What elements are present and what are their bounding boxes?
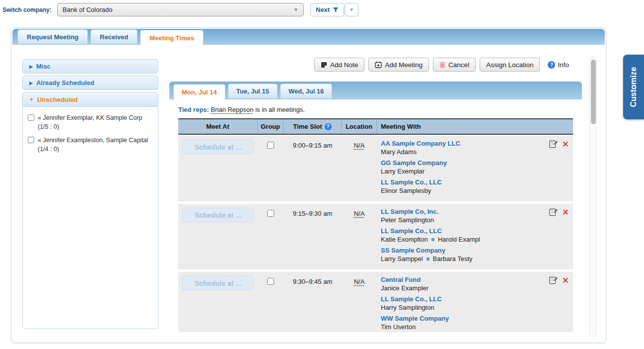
day-tab-area: Mon, Jul 14 Tue, Jul 15 Wed, Jul 16 — [169, 82, 582, 99]
tied-rep-name[interactable]: Brian Reppson — [211, 106, 254, 113]
vertical-scrollbar[interactable] — [589, 56, 597, 337]
person-name: Elinor Samplesby — [381, 186, 431, 195]
people-line: Tim Userton — [381, 323, 538, 331]
group-cell — [258, 136, 284, 201]
assign-location-button[interactable]: Assign Location — [480, 58, 540, 72]
person-name: Larry Samppel — [381, 255, 423, 263]
customize-label: Customize — [629, 67, 638, 107]
meet-at-cell: Schedule at ... — [178, 136, 258, 201]
group-cell — [258, 272, 284, 332]
info-button[interactable]: ? Info — [548, 61, 569, 69]
next-button[interactable]: Next — [310, 3, 344, 16]
cancel-button[interactable]: Cancel — [433, 58, 476, 72]
sidebar-section-misc[interactable]: ▶ Misc — [22, 59, 158, 74]
meeting-group: Central FundJanice Exampler — [381, 275, 538, 292]
schedule-at-button[interactable]: Schedule at ... — [182, 276, 254, 290]
meet-at-cell: Schedule at ... — [178, 272, 258, 332]
company-link[interactable]: WW Sample Company — [381, 314, 538, 323]
chevron-right-icon: ▶ — [29, 64, 33, 69]
location-cell: N/A — [342, 136, 377, 201]
row-actions: ✕ — [549, 140, 569, 148]
people-line: Harry Samplington — [381, 303, 538, 312]
column-header-meet-at: Meet At — [178, 119, 258, 134]
location-link[interactable]: N/A — [354, 278, 365, 285]
sidebar: ▶ Misc ▶ Already Scheduled ▼ Unscheduled… — [22, 59, 158, 330]
person-name: Harry Samplington — [381, 303, 434, 312]
company-link[interactable]: LL Sample Co., LLC — [381, 295, 538, 303]
people-line: Larry Exemplar — [381, 167, 538, 175]
unscheduled-checkbox[interactable] — [28, 137, 34, 143]
chevron-down-icon: ▼ — [29, 97, 34, 102]
note-icon — [321, 62, 327, 68]
meeting-group: WW Sample CompanyTim Userton — [381, 314, 538, 331]
meeting-group: LL Sample Co., LLCKatie ExompltonHarold … — [381, 227, 538, 244]
person-separator-icon — [427, 258, 429, 261]
location-link[interactable]: N/A — [354, 210, 365, 217]
company-link[interactable]: LL Sample Co, Inc. — [381, 207, 538, 216]
chevron-right-icon: ▶ — [29, 81, 33, 86]
unscheduled-item-label: « Jennifer Exemplar, KK Sample Corp (1/5… — [38, 113, 154, 131]
row-actions: ✕ — [549, 276, 569, 284]
help-icon: ? — [548, 61, 555, 69]
customize-tab[interactable]: Customize — [623, 55, 644, 119]
delete-icon[interactable]: ✕ — [562, 276, 569, 284]
meeting-panel: Request Meeting Received Meeting Times ▶… — [11, 27, 606, 343]
person-name: Peter Samplington — [381, 216, 434, 224]
schedule-at-button[interactable]: Schedule at ... — [182, 140, 254, 154]
meeting-group: LL Sample Co., LLCHarry Samplington — [381, 295, 538, 312]
meeting-group: SS Sample CompanyLarry SamppelBarbara Te… — [381, 246, 538, 263]
top-bar: Switch company: Bank of Colorado ▼ Next … — [0, 0, 644, 21]
location-cell: N/A — [342, 272, 377, 332]
company-link[interactable]: SS Sample Company — [381, 246, 538, 255]
edit-note-icon[interactable] — [549, 208, 558, 216]
group-checkbox[interactable] — [267, 210, 274, 217]
edit-note-icon[interactable] — [549, 140, 558, 148]
help-icon[interactable]: ? — [325, 123, 332, 130]
meeting-rows-scroll-area[interactable]: Schedule at ... 9:00–9:15 am N/A AA Samp… — [178, 135, 573, 332]
people-line: Larry SamppelBarbara Testy — [381, 255, 538, 263]
schedule-at-button[interactable]: Schedule at ... — [182, 208, 254, 222]
meeting-group: AA Sample Company LLCMary Adams — [381, 139, 538, 156]
main-tab-strip: Request Meeting Received Meeting Times — [12, 29, 605, 45]
sidebar-section-unscheduled[interactable]: ▼ Unscheduled — [23, 92, 158, 107]
company-link[interactable]: AA Sample Company LLC — [381, 139, 538, 148]
switch-company-label: Switch company: — [2, 6, 52, 13]
meeting-with-cell: Central FundJanice ExamplerLL Sample Co.… — [377, 272, 573, 332]
company-link[interactable]: LL Sample Co., LLC — [381, 227, 538, 235]
meeting-group: GG Sample CompanyLarry Exemplar — [381, 159, 538, 175]
sidebar-section-already-scheduled[interactable]: ▶ Already Scheduled — [22, 76, 158, 90]
time-slot-cell: 9:30–9:45 am — [284, 272, 342, 332]
company-link[interactable]: LL Sample Co., LLC — [381, 178, 538, 186]
table-row: Schedule at ... 9:15–9:30 am N/A LL Samp… — [178, 204, 573, 269]
person-name: Barbara Testy — [433, 255, 473, 263]
delete-icon[interactable]: ✕ — [562, 208, 569, 216]
company-select[interactable]: Bank of Colorado ▼ — [57, 3, 304, 16]
row-actions: ✕ — [549, 208, 569, 216]
day-tab-tue-jul-15[interactable]: Tue, Jul 15 — [228, 84, 278, 98]
unscheduled-item-label: « Jennifer Exampleston, Sample Capital (… — [38, 136, 154, 154]
delete-icon[interactable]: ✕ — [562, 140, 569, 148]
day-tab-strip: Mon, Jul 14 Tue, Jul 15 Wed, Jul 16 — [169, 82, 582, 99]
group-checkbox[interactable] — [267, 142, 274, 149]
group-checkbox[interactable] — [267, 278, 274, 285]
add-note-button[interactable]: Add Note — [314, 58, 364, 72]
tab-request-meeting[interactable]: Request Meeting — [17, 29, 88, 44]
unscheduled-checkbox[interactable] — [28, 114, 34, 121]
tab-received[interactable]: Received — [90, 29, 138, 44]
day-tab-mon-jul-14[interactable]: Mon, Jul 14 — [173, 84, 225, 100]
next-button-label: Next — [316, 6, 330, 13]
tab-meeting-times[interactable]: Meeting Times — [140, 30, 204, 45]
company-link[interactable]: GG Sample Company — [381, 159, 538, 167]
edit-note-icon[interactable] — [549, 276, 558, 284]
calendar-plus-icon — [375, 61, 382, 68]
toolbar: Add Note Add Meeting Cancel Assign Locat… — [314, 58, 569, 72]
people-line: Elinor Samplesby — [381, 186, 538, 195]
location-link[interactable]: N/A — [354, 142, 365, 149]
column-header-group: Group — [258, 119, 284, 134]
day-tab-wed-jul-16[interactable]: Wed, Jul 16 — [280, 84, 332, 98]
tied-reps-note: Tied reps: Brian Reppson is in all meeti… — [178, 106, 305, 113]
add-meeting-button[interactable]: Add Meeting — [368, 58, 429, 72]
company-link[interactable]: Central Fund — [381, 275, 538, 284]
next-dropdown-button[interactable]: ▼ — [345, 3, 358, 16]
scrollbar-thumb[interactable] — [591, 60, 596, 124]
